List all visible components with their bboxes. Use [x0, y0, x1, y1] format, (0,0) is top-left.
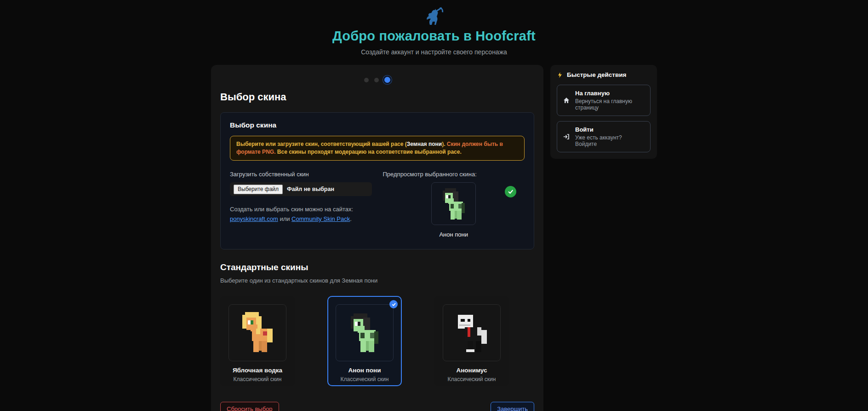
warning-text-part2: ). [442, 141, 447, 147]
lightning-bolt-icon [557, 72, 563, 78]
step-indicator [220, 74, 534, 90]
page-header: Добро пожаловать в Hoofcraft Создайте ак… [0, 0, 868, 56]
content-area: Выбор скина Выбор скина Выберите или заг… [0, 65, 868, 411]
login-icon [563, 133, 570, 140]
standard-skins-heading: Стандартные скины [220, 262, 534, 272]
skin-approved-check-icon [505, 186, 516, 197]
selected-skin-preview-image [431, 182, 476, 225]
anon-pony-skin-image [343, 311, 387, 355]
quick-action-desc: Вернуться на главную страницу [575, 98, 645, 111]
skin-card-anon-pony-selected[interactable]: Анон пони Классический скин [327, 296, 402, 386]
page-title: Добро пожаловать в Hoofcraft [0, 29, 868, 44]
skin-sites-help: Создать или выбрать скин можно на сайтах… [230, 204, 372, 224]
warning-race-name: Земная пони [407, 141, 442, 147]
skin-name: Яблочная водка [233, 367, 282, 374]
quick-actions-heading: Быстрые действия [567, 71, 626, 78]
skin-name: Анонимус [456, 367, 487, 374]
skin-type: Классический скин [448, 376, 496, 382]
help-text: Создать или выбрать скин можно на сайтах… [230, 206, 353, 213]
skin-file-input[interactable]: Выберите файл Файл не выбран [230, 182, 372, 196]
skin-type: Классический скин [234, 376, 282, 382]
quick-action-login[interactable]: Войти Уже есть аккаунт? Войдите [557, 121, 651, 152]
hoofcraft-pony-pickaxe-logo-icon [423, 6, 445, 26]
skin-image-box [228, 304, 286, 361]
choose-file-button[interactable]: Выберите файл [234, 185, 283, 194]
skin-image-box [336, 304, 394, 361]
quick-action-title: Войти [575, 126, 645, 133]
selected-skin-name: Анон пони [383, 231, 525, 238]
skin-image-box [443, 304, 501, 361]
reset-selection-button[interactable]: Сбросить выбор [220, 402, 279, 411]
home-icon [563, 97, 570, 104]
preview-label: Предпросмотр выбранного скина: [383, 171, 525, 178]
wizard-actions: Сбросить выбор Завершить [220, 402, 534, 411]
standard-skins-grid: Яблочная водка Классический скин [220, 296, 534, 386]
anonymous-skin-image [450, 311, 494, 355]
standard-skins-subheading: Выберите один из стандартных скинов для … [220, 277, 534, 284]
preview-column: Предпросмотр выбранного скина: [383, 171, 525, 238]
page-subtitle: Создайте аккаунт и настройте своего перс… [0, 48, 868, 56]
applejack-skin-image [235, 311, 280, 355]
upload-column: Загрузить собственный скин Выберите файл… [230, 171, 372, 238]
skin-card-yablochnaya-vodka[interactable]: Яблочная водка Классический скин [220, 296, 295, 386]
anon-pony-skin-image [436, 186, 472, 222]
community-skin-pack-link[interactable]: Community Skin Pack [291, 215, 350, 222]
upload-label: Загрузить собственный скин [230, 171, 372, 178]
quick-action-title: На главную [575, 90, 645, 97]
selected-check-badge-icon [389, 300, 398, 308]
quick-actions-panel: Быстрые действия На главную Вернуться на… [550, 65, 657, 159]
file-status-text: Файл не выбран [287, 186, 334, 192]
quick-action-desc: Уже есть аккаунт? Войдите [575, 134, 645, 147]
quick-action-home[interactable]: На главную Вернуться на главную страницу [557, 85, 651, 116]
warning-text-part1: Выберите или загрузите скин, соответству… [236, 141, 407, 147]
skin-upload-panel: Выбор скина Выберите или загрузите скин,… [220, 112, 534, 249]
link-separator: или [278, 215, 291, 222]
step-dot-3-active[interactable] [384, 77, 390, 83]
skin-selection-card: Выбор скина Выбор скина Выберите или заг… [211, 65, 543, 411]
skin-name: Анон пони [348, 367, 381, 374]
wizard-heading: Выбор скина [220, 91, 534, 103]
skin-type: Классический скин [341, 376, 389, 382]
panel-heading: Выбор скина [230, 121, 525, 129]
step-dot-2[interactable] [374, 78, 379, 82]
sentence-period: . [350, 215, 352, 222]
skin-card-anonymous[interactable]: Анонимус Классический скин [434, 296, 509, 386]
warning-text-part3: Все скины проходят модерацию на соответс… [275, 149, 461, 155]
race-warning-message: Выберите или загрузите скин, соответству… [230, 136, 525, 161]
ponyskincraft-link[interactable]: ponyskincraft.com [230, 215, 278, 222]
finish-button[interactable]: Завершить [491, 402, 534, 411]
step-dot-1[interactable] [364, 78, 369, 82]
